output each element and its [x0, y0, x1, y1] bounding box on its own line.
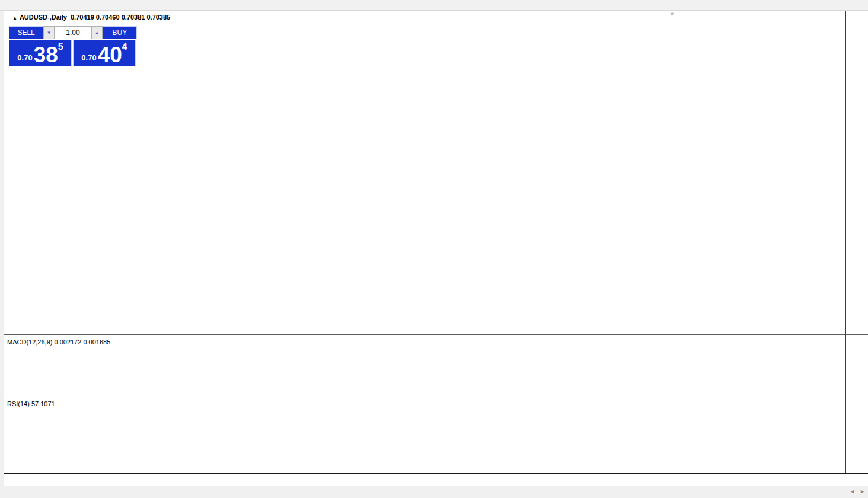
- timeframe-toolbar: [0, 0, 868, 11]
- sell-price-sup: 5: [58, 42, 63, 52]
- buy-price-sup: 4: [122, 42, 127, 52]
- macd-panel-canvas[interactable]: [5, 336, 841, 395]
- rsi-indicator-label: RSI(14) 57.1071: [7, 400, 55, 407]
- macd-indicator-label: MACD(12,26,9) 0.002172 0.001685: [7, 339, 110, 346]
- sell-price-big: 38: [34, 46, 58, 64]
- chart-window: ▼ ▲AUDUSD-,Daily0.70419 0.70460 0.70381 …: [4, 11, 868, 498]
- price-axis-border: [845, 11, 846, 474]
- time-axis-border: [4, 473, 868, 474]
- tab-scroll-right-icon[interactable]: ►: [860, 489, 865, 494]
- buy-button[interactable]: BUY: [103, 26, 137, 39]
- buy-price-big: 40: [98, 46, 122, 64]
- chart-tab-bar: [4, 486, 868, 498]
- rsi-panel-canvas[interactable]: [5, 398, 841, 473]
- buy-price-box[interactable]: 0.70404: [73, 40, 136, 66]
- volume-increase-button[interactable]: ▲: [91, 26, 103, 39]
- mt4-terminal: ▼ ▲AUDUSD-,Daily0.70419 0.70460 0.70381 …: [0, 0, 868, 498]
- sell-price-box[interactable]: 0.70385: [9, 40, 72, 66]
- one-click-trading-panel: SELL ▼ ▲ BUY 0.70385 0.70404: [9, 26, 137, 66]
- sell-price-base: 0.70: [17, 53, 32, 62]
- sell-button[interactable]: SELL: [9, 26, 43, 39]
- volume-decrease-button[interactable]: ▼: [43, 26, 55, 39]
- volume-input[interactable]: [55, 26, 91, 39]
- tab-scroll-left-icon[interactable]: ◄: [850, 489, 855, 494]
- buy-price-base: 0.70: [81, 53, 96, 62]
